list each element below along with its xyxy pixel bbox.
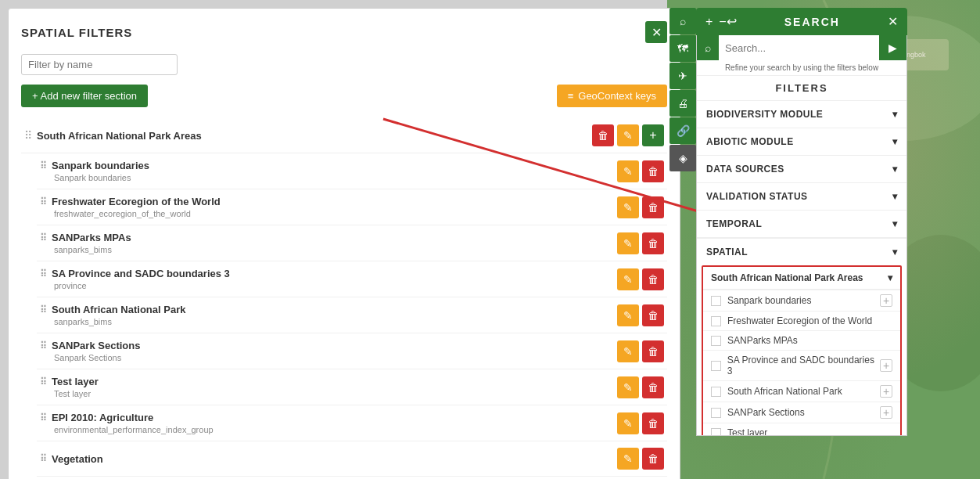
drag-handle-icon: ⠿: [40, 232, 47, 243]
search-close-button[interactable]: ✕: [888, 14, 898, 29]
filter-module[interactable]: BIODIVERSITY MODULE▾: [697, 101, 906, 128]
minus-map-icon[interactable]: −: [719, 15, 726, 29]
item-delete-button[interactable]: 🗑: [642, 196, 664, 218]
drag-handle-icon: ⠿: [40, 268, 47, 279]
sidebar-icon-layers[interactable]: ◈: [669, 145, 696, 171]
info-text: Refine your search by using the filters …: [697, 60, 906, 76]
filter-items-list: ⠿ Sanpark boundaries Sanpark boundaries …: [37, 153, 667, 477]
plus-icon[interactable]: +: [880, 359, 892, 372]
filter-item-key: Test layer: [54, 389, 99, 398]
header-controls-left: + −: [705, 15, 727, 29]
chevron-icon: ▾: [892, 191, 898, 202]
add-filter-section-button[interactable]: + Add new filter section: [21, 85, 148, 107]
drag-handle-icon: ⠿: [40, 196, 47, 207]
spatial-list-item[interactable]: South African National Park +: [703, 380, 900, 402]
panel-title: SPATIAL FILTERS: [21, 26, 132, 39]
spatial-item-label: SANParks MPAs: [727, 335, 798, 346]
spatial-item-label: Sanpark boundaries: [727, 295, 811, 306]
spatial-list-item[interactable]: Freshwater Ecoregion of the World: [703, 311, 900, 330]
filter-item-key: Sanpark boundaries: [54, 173, 149, 182]
item-delete-button[interactable]: 🗑: [642, 412, 664, 434]
item-delete-button[interactable]: 🗑: [642, 268, 664, 290]
filter-item: ⠿ SANPark Sections Sanpark Sections ✎ 🗑: [37, 333, 667, 369]
plus-icon[interactable]: +: [880, 406, 892, 419]
item-delete-button[interactable]: 🗑: [642, 160, 664, 182]
filter-module[interactable]: ABIOTIC MODULE▾: [697, 128, 906, 156]
sidebar-icon-navigate[interactable]: ✈: [669, 63, 696, 89]
spatial-list-item[interactable]: Sanpark boundaries +: [703, 290, 900, 311]
item-edit-button[interactable]: ✎: [617, 412, 639, 434]
filter-item: ⠿ SA Province and SADC boundaries 3 prov…: [37, 261, 667, 297]
sidebar-icon-search[interactable]: ⌕: [669, 8, 696, 34]
item-delete-button[interactable]: 🗑: [642, 304, 664, 326]
drag-handle-icon: ⠿: [40, 453, 47, 464]
item-delete-button[interactable]: 🗑: [642, 448, 664, 470]
chevron-down-icon: ▾: [892, 247, 898, 258]
filter-item-key: sanparks_bims: [54, 245, 131, 254]
checkbox[interactable]: [711, 408, 721, 418]
sidebar-icon-print[interactable]: 🖨: [669, 90, 696, 117]
spatial-list-item[interactable]: SANParks MPAs: [703, 330, 900, 350]
spatial-list-item[interactable]: SA Province and SADC boundaries 3 +: [703, 350, 900, 380]
drag-handle-icon: ⠿: [40, 160, 47, 171]
checkbox[interactable]: [711, 296, 721, 306]
section-add-button[interactable]: +: [642, 124, 664, 146]
filter-item: ⠿ South African National Park sanparks_b…: [37, 297, 667, 333]
plus-map-icon[interactable]: +: [705, 15, 713, 29]
spatial-list-item[interactable]: SANPark Sections +: [703, 402, 900, 423]
spatial-dropdown-header[interactable]: South African National Park Areas ▾: [703, 267, 900, 290]
filter-module[interactable]: TEMPORAL▾: [697, 211, 906, 238]
drag-handle-icon: ⠿: [40, 304, 47, 315]
sidebar-icon-map[interactable]: 🗺: [669, 35, 696, 62]
item-edit-button[interactable]: ✎: [617, 268, 639, 290]
item-edit-button[interactable]: ✎: [617, 448, 639, 470]
item-edit-button[interactable]: ✎: [617, 196, 639, 218]
search-panel-header: + − ↩ SEARCH ✕: [696, 8, 907, 35]
filter-item-key: environmental_performance_index_group: [54, 425, 214, 434]
menu-icon: ≡: [568, 90, 574, 102]
spatial-list-item[interactable]: Test layer: [703, 423, 900, 436]
filter-item-name: ⠿ SANPark Sections: [40, 340, 140, 351]
geocontext-keys-button[interactable]: ≡ GeoContext keys: [557, 85, 667, 107]
section-title: South African National Park Areas: [37, 130, 202, 142]
filter-item-key: province: [54, 281, 230, 290]
item-edit-button[interactable]: ✎: [617, 376, 639, 398]
checkbox[interactable]: [711, 336, 721, 346]
search-panel-title: SEARCH: [737, 16, 888, 28]
filter-item-key: freshwater_ecoregion_of_the_world: [54, 209, 221, 218]
item-delete-button[interactable]: 🗑: [642, 376, 664, 398]
filter-module[interactable]: DATA SOURCES▾: [697, 156, 906, 183]
spatial-item-label: South African National Park: [727, 386, 842, 397]
item-edit-button[interactable]: ✎: [617, 340, 639, 362]
spatial-header[interactable]: SPATIAL ▾: [697, 239, 906, 265]
section-edit-button[interactable]: ✎: [617, 124, 639, 146]
checkbox[interactable]: [711, 387, 721, 397]
plus-icon[interactable]: +: [880, 294, 892, 307]
item-edit-button[interactable]: ✎: [617, 160, 639, 182]
filter-section-header: ⠿ South African National Park Areas 🗑 ✎ …: [21, 118, 667, 153]
drag-handle-icon: ⠿: [40, 412, 47, 423]
checkbox[interactable]: [711, 428, 721, 437]
item-edit-button[interactable]: ✎: [617, 232, 639, 254]
sidebar-icon-link[interactable]: 🔗: [669, 117, 696, 144]
close-button[interactable]: ✕: [645, 21, 667, 43]
filter-item-name: ⠿ EPI 2010: Agriculture: [40, 412, 214, 423]
checkbox[interactable]: [711, 316, 721, 326]
item-delete-button[interactable]: 🗑: [642, 340, 664, 362]
filters-panel: Refine your search by using the filters …: [696, 60, 907, 436]
search-input[interactable]: [719, 37, 879, 59]
filter-module[interactable]: VALIDATION STATUS▾: [697, 183, 906, 211]
section-delete-button[interactable]: 🗑: [592, 124, 614, 146]
search-go-button[interactable]: ▶: [879, 35, 906, 60]
spatial-section: SPATIAL ▾ South African National Park Ar…: [697, 238, 906, 436]
item-edit-button[interactable]: ✎: [617, 304, 639, 326]
spatial-item-label: Freshwater Ecoregion of the World: [727, 315, 872, 326]
filter-item: ⠿ Sanpark boundaries Sanpark boundaries …: [37, 153, 667, 189]
chevron-icon: ▾: [892, 136, 898, 147]
plus-icon[interactable]: +: [880, 385, 892, 398]
item-delete-button[interactable]: 🗑: [642, 232, 664, 254]
checkbox[interactable]: [711, 361, 721, 371]
undo-icon[interactable]: ↩: [727, 14, 737, 29]
filter-name-input[interactable]: [21, 54, 178, 75]
drag-handle-icon: ⠿: [40, 376, 47, 387]
